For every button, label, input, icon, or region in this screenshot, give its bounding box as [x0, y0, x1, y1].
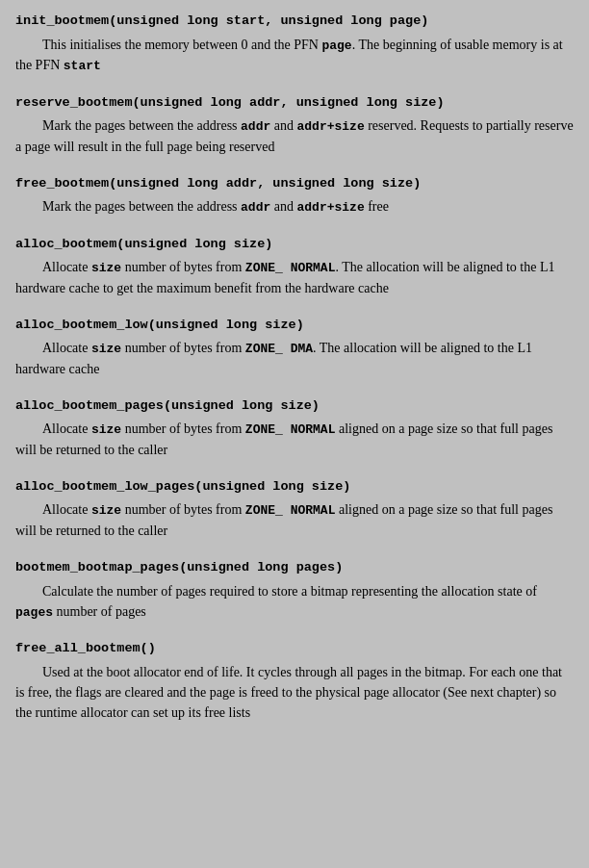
function-signature: alloc_bootmem(unsigned long size) [15, 235, 574, 254]
inline-code: addr+size [296, 200, 364, 215]
inline-code: addr+size [296, 119, 364, 134]
function-description: Mark the pages between the address addr … [15, 196, 574, 217]
function-signature: alloc_bootmem_low(unsigned long size) [15, 316, 574, 335]
section-init_bootmem: init_bootmem(unsigned long start, unsign… [15, 12, 574, 76]
inline-code: size [91, 342, 121, 356]
inline-code: pages [15, 605, 53, 620]
inline-code: size [91, 422, 121, 437]
function-signature: init_bootmem(unsigned long start, unsign… [15, 12, 574, 31]
function-description: Allocate size number of bytes from ZONE_… [15, 338, 574, 379]
section-free_bootmem: free_bootmem(unsigned long addr, unsigne… [15, 174, 574, 217]
documentation-content: init_bootmem(unsigned long start, unsign… [15, 12, 574, 723]
section-bootmem_bootmap_pages: bootmem_bootmap_pages(unsigned long page… [15, 558, 574, 622]
inline-code: page [321, 38, 351, 53]
inline-code: ZONE_ NORMAL [245, 422, 336, 437]
inline-code: ZONE_ DMA [245, 342, 313, 356]
function-signature: free_bootmem(unsigned long addr, unsigne… [15, 174, 574, 193]
function-description: Calculate the number of pages required t… [15, 581, 574, 623]
function-signature: reserve_bootmem(unsigned long addr, unsi… [15, 93, 574, 113]
function-description: Used at the boot allocator end of life. … [15, 662, 574, 723]
function-signature: free_all_bootmem() [15, 639, 574, 658]
section-alloc_bootmem: alloc_bootmem(unsigned long size)Allocat… [15, 235, 574, 298]
section-reserve_bootmem: reserve_bootmem(unsigned long addr, unsi… [15, 93, 574, 157]
inline-code: size [91, 503, 121, 518]
section-free_all_bootmem: free_all_bootmem()Used at the boot alloc… [15, 639, 574, 723]
section-alloc_bootmem_low_pages: alloc_bootmem_low_pages(unsigned long si… [15, 477, 574, 541]
inline-code: start [64, 59, 101, 73]
function-signature: alloc_bootmem_low_pages(unsigned long si… [15, 477, 574, 497]
function-description: Mark the pages between the address addr … [15, 115, 574, 157]
function-description: Allocate size number of bytes from ZONE_… [15, 419, 574, 460]
function-description: Allocate size number of bytes from ZONE_… [15, 257, 574, 298]
function-description: This initialises the memory between 0 an… [15, 35, 574, 76]
section-alloc_bootmem_pages: alloc_bootmem_pages(unsigned long size)A… [15, 396, 574, 460]
function-description: Allocate size number of bytes from ZONE_… [15, 499, 574, 541]
inline-code: ZONE_ NORMAL [245, 503, 336, 518]
function-signature: bootmem_bootmap_pages(unsigned long page… [15, 558, 574, 577]
inline-code: addr [241, 119, 270, 134]
inline-code: ZONE_ NORMAL [245, 261, 336, 275]
inline-code: size [91, 261, 121, 275]
section-alloc_bootmem_low: alloc_bootmem_low(unsigned long size)All… [15, 316, 574, 379]
inline-code: addr [241, 200, 270, 215]
function-signature: alloc_bootmem_pages(unsigned long size) [15, 396, 574, 416]
